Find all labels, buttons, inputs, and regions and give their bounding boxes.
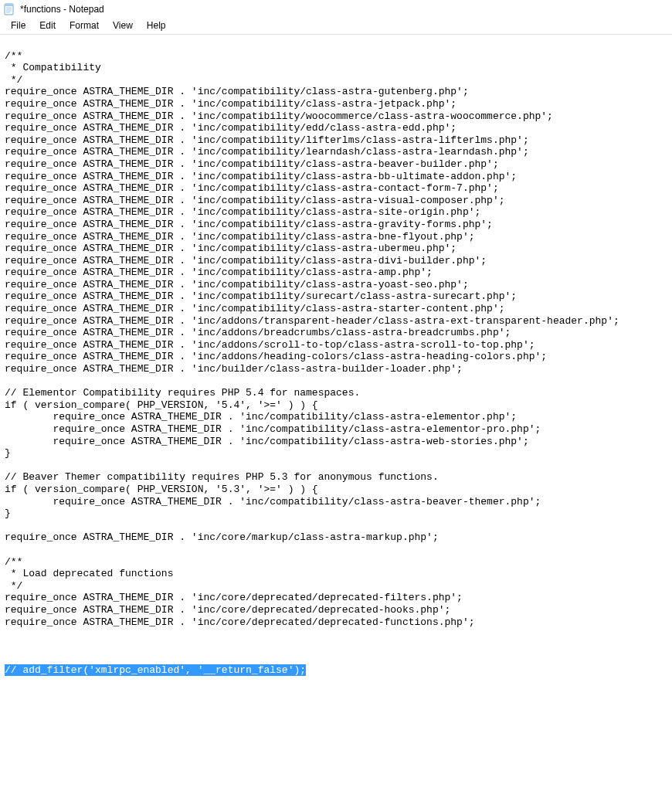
code-line: require_once ASTRA_THEME_DIR . 'inc/comp… xyxy=(5,195,505,206)
text-editor[interactable]: /** * Compatibility */ require_once ASTR… xyxy=(0,35,672,791)
code-line: require_once ASTRA_THEME_DIR . 'inc/comp… xyxy=(5,86,469,97)
menu-edit[interactable]: Edit xyxy=(33,19,62,32)
code-line: require_once ASTRA_THEME_DIR . 'inc/core… xyxy=(5,531,439,543)
code-line: /** xyxy=(5,556,22,568)
code-line: require_once ASTRA_THEME_DIR . 'inc/core… xyxy=(5,616,475,628)
code-line: require_once ASTRA_THEME_DIR . 'inc/comp… xyxy=(5,436,529,447)
menu-file[interactable]: File xyxy=(5,19,32,32)
code-line: require_once ASTRA_THEME_DIR . 'inc/comp… xyxy=(5,255,487,266)
code-line: } xyxy=(5,447,11,459)
code-line: // Beaver Themer compatibility requires … xyxy=(5,471,439,483)
menu-view[interactable]: View xyxy=(107,19,139,32)
svg-rect-1 xyxy=(5,4,13,6)
code-line: */ xyxy=(5,74,22,86)
code-line: require_once ASTRA_THEME_DIR . 'inc/comp… xyxy=(5,496,541,508)
code-line: // Elementor Compatibility requires PHP … xyxy=(5,387,360,399)
window-title: *functions - Notepad xyxy=(20,4,104,15)
code-line: require_once ASTRA_THEME_DIR . 'inc/comp… xyxy=(5,243,456,254)
code-line: require_once ASTRA_THEME_DIR . 'inc/comp… xyxy=(5,219,493,230)
code-line: require_once ASTRA_THEME_DIR . 'inc/comp… xyxy=(5,146,529,158)
code-line: require_once ASTRA_THEME_DIR . 'inc/buil… xyxy=(5,363,463,375)
code-line: require_once ASTRA_THEME_DIR . 'inc/comp… xyxy=(5,279,469,290)
code-line: require_once ASTRA_THEME_DIR . 'inc/comp… xyxy=(5,122,456,134)
code-line: */ xyxy=(5,580,22,592)
menu-format[interactable]: Format xyxy=(63,19,105,32)
code-line: require_once ASTRA_THEME_DIR . 'inc/core… xyxy=(5,604,450,616)
code-line: require_once ASTRA_THEME_DIR . 'inc/addo… xyxy=(5,315,619,327)
code-line: require_once ASTRA_THEME_DIR . 'inc/addo… xyxy=(5,351,547,362)
code-line: /** xyxy=(5,50,22,62)
code-line: if ( version_compare( PHP_VERSION, '5.4'… xyxy=(5,399,318,411)
code-line: require_once ASTRA_THEME_DIR . 'inc/comp… xyxy=(5,303,505,314)
titlebar: *functions - Notepad xyxy=(0,0,672,17)
code-line: require_once ASTRA_THEME_DIR . 'inc/comp… xyxy=(5,134,529,146)
code-line: require_once ASTRA_THEME_DIR . 'inc/comp… xyxy=(5,206,480,218)
code-line: * Compatibility xyxy=(5,62,101,73)
code-line: require_once ASTRA_THEME_DIR . 'inc/comp… xyxy=(5,231,475,243)
code-line: require_once ASTRA_THEME_DIR . 'inc/comp… xyxy=(5,158,499,170)
code-line: require_once ASTRA_THEME_DIR . 'inc/comp… xyxy=(5,290,517,302)
code-line: if ( version_compare( PHP_VERSION, '5.3'… xyxy=(5,484,318,495)
code-line: require_once ASTRA_THEME_DIR . 'inc/comp… xyxy=(5,423,541,435)
menubar: File Edit Format View Help xyxy=(0,17,672,35)
code-line: require_once ASTRA_THEME_DIR . 'inc/addo… xyxy=(5,339,535,351)
code-line: require_once ASTRA_THEME_DIR . 'inc/addo… xyxy=(5,327,511,338)
code-line: require_once ASTRA_THEME_DIR . 'inc/comp… xyxy=(5,411,517,423)
menu-help[interactable]: Help xyxy=(141,19,172,32)
code-line: require_once ASTRA_THEME_DIR . 'inc/core… xyxy=(5,592,463,603)
code-line: * Load deprecated functions xyxy=(5,568,173,579)
selected-text: // add_filter('xmlrpc_enabled', '__retur… xyxy=(5,664,306,676)
code-line: require_once ASTRA_THEME_DIR . 'inc/comp… xyxy=(5,110,553,122)
code-line: require_once ASTRA_THEME_DIR . 'inc/comp… xyxy=(5,98,456,110)
notepad-icon xyxy=(3,3,15,15)
code-line: require_once ASTRA_THEME_DIR . 'inc/comp… xyxy=(5,266,433,278)
code-line: require_once ASTRA_THEME_DIR . 'inc/comp… xyxy=(5,171,517,182)
code-line: } xyxy=(5,508,11,519)
code-line: require_once ASTRA_THEME_DIR . 'inc/comp… xyxy=(5,182,499,194)
